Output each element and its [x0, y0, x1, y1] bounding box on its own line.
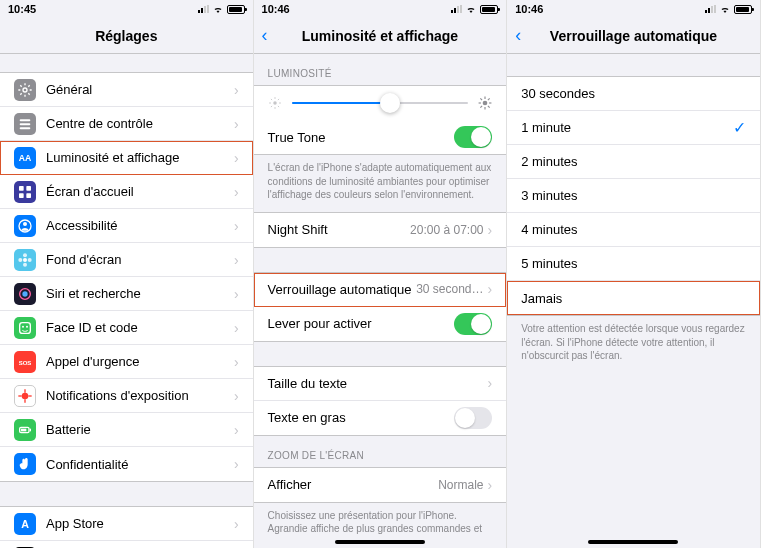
row-label: Luminosité et affichage [46, 150, 234, 165]
brightness-slider-row [254, 86, 507, 120]
time: 10:46 [262, 3, 290, 15]
svg-line-49 [481, 106, 483, 108]
autolock-option[interactable]: Jamais [507, 281, 760, 315]
virus-icon [14, 385, 36, 407]
phone-brightness: 10:46 ‹ Luminosité et affichage LUMINOSI… [254, 0, 508, 548]
sun-low-icon [268, 96, 282, 110]
truetone-desc: L'écran de l'iPhone s'adapte automatique… [254, 155, 507, 212]
chevron-icon: › [234, 354, 239, 370]
autolock-option[interactable]: 2 minutes [507, 145, 760, 179]
settings-row-person[interactable]: Accessibilité› [0, 209, 253, 243]
textsize-label: Taille du texte [268, 376, 488, 391]
svg-line-40 [271, 106, 272, 107]
option-label: 1 minute [521, 120, 733, 135]
svg-point-19 [22, 325, 24, 327]
settings-row-face[interactable]: Face ID et code› [0, 311, 253, 345]
AA-icon: AA [14, 147, 36, 169]
section-brightness: LUMINOSITÉ [254, 54, 507, 85]
display-label: Afficher [268, 477, 439, 492]
raise-toggle[interactable] [454, 313, 492, 335]
settings-row-hand[interactable]: Confidentialité› [0, 447, 253, 481]
back-button[interactable]: ‹ [262, 25, 268, 46]
row-label: Confidentialité [46, 457, 234, 472]
row-label: Général [46, 82, 234, 97]
svg-rect-5 [19, 186, 24, 191]
wifi-icon [212, 3, 224, 15]
settings-row-wallet[interactable]: Wallet et Apple Pay› [0, 541, 253, 548]
brightness-slider[interactable] [292, 102, 469, 104]
chevron-icon: › [234, 252, 239, 268]
svg-rect-29 [21, 428, 26, 431]
content[interactable]: 30 secondes1 minute✓2 minutes3 minutes4 … [507, 54, 760, 548]
section-zoom: ZOOM DE L'ÉCRAN [254, 436, 507, 467]
option-label: 3 minutes [521, 188, 746, 203]
autolock-footer: Votre attention est détectée lorsque vou… [507, 316, 760, 373]
settings-row-battery[interactable]: Batterie› [0, 413, 253, 447]
autolock-row[interactable]: Verrouillage automatique 30 second… › [254, 273, 507, 307]
row-label: Fond d'écran [46, 252, 234, 267]
signal-icon [198, 5, 209, 13]
autolock-option[interactable]: 30 secondes [507, 77, 760, 111]
autolock-option[interactable]: 3 minutes [507, 179, 760, 213]
settings-row-gear[interactable]: Général› [0, 73, 253, 107]
autolock-value: 30 second… [416, 282, 483, 296]
settings-row-siri[interactable]: Siri et recherche› [0, 277, 253, 311]
status-bar: 10:45 [0, 0, 253, 18]
phone-autolock: 10:46 ‹ Verrouillage automatique 30 seco… [507, 0, 761, 548]
textsize-row[interactable]: Taille du texte › [254, 367, 507, 401]
settings-row-sliders[interactable]: Centre de contrôle› [0, 107, 253, 141]
settings-row-A[interactable]: AApp Store› [0, 507, 253, 541]
content[interactable]: Général›Centre de contrôle›AALuminosité … [0, 54, 253, 548]
svg-rect-7 [19, 193, 24, 198]
back-button[interactable]: ‹ [515, 25, 521, 46]
gear-icon [14, 79, 36, 101]
battery-icon [14, 419, 36, 441]
settings-row-AA[interactable]: AALuminosité et affichage› [0, 141, 253, 175]
nightshift-row[interactable]: Night Shift 20:00 à 07:00 › [254, 213, 507, 247]
row-label: Écran d'accueil [46, 184, 234, 199]
svg-text:A: A [21, 518, 29, 530]
svg-point-11 [23, 258, 27, 262]
truetone-label: True Tone [268, 130, 455, 145]
settings-row-grid[interactable]: Écran d'accueil› [0, 175, 253, 209]
settings-row-sos[interactable]: SOSAppel d'urgence› [0, 345, 253, 379]
svg-rect-2 [20, 123, 31, 125]
autolock-option[interactable]: 1 minute✓ [507, 111, 760, 145]
chevron-icon: › [234, 184, 239, 200]
chevron-icon: › [488, 477, 493, 493]
truetone-toggle[interactable] [454, 126, 492, 148]
grid-icon [14, 181, 36, 203]
option-label: 30 secondes [521, 86, 746, 101]
home-indicator[interactable] [588, 540, 678, 544]
person-icon [14, 215, 36, 237]
svg-line-47 [481, 98, 483, 100]
status-bar: 10:46 [254, 0, 507, 18]
raise-row: Lever pour activer [254, 307, 507, 341]
autolock-option[interactable]: 4 minutes [507, 213, 760, 247]
option-label: 4 minutes [521, 222, 746, 237]
settings-row-virus[interactable]: Notifications d'exposition› [0, 379, 253, 413]
nightshift-value: 20:00 à 07:00 [410, 223, 483, 237]
time: 10:45 [8, 3, 36, 15]
battery-icon [227, 5, 245, 14]
content[interactable]: LUMINOSITÉ True Tone L'écran de l'iPhone… [254, 54, 507, 548]
svg-point-12 [23, 253, 27, 257]
chevron-icon: › [234, 516, 239, 532]
signal-icon [451, 5, 462, 13]
chevron-icon: › [234, 388, 239, 404]
svg-point-0 [23, 88, 27, 92]
option-label: Jamais [521, 291, 746, 306]
home-indicator[interactable] [335, 540, 425, 544]
siri-icon [14, 283, 36, 305]
svg-point-42 [483, 101, 488, 106]
svg-point-15 [28, 258, 32, 262]
bold-toggle[interactable] [454, 407, 492, 429]
chevron-icon: › [234, 116, 239, 132]
display-row[interactable]: Afficher Normale › [254, 468, 507, 502]
signal-icon [705, 5, 716, 13]
truetone-row: True Tone [254, 120, 507, 154]
settings-row-flower[interactable]: Fond d'écran› [0, 243, 253, 277]
chevron-icon: › [234, 422, 239, 438]
svg-point-10 [23, 222, 27, 226]
autolock-option[interactable]: 5 minutes [507, 247, 760, 281]
